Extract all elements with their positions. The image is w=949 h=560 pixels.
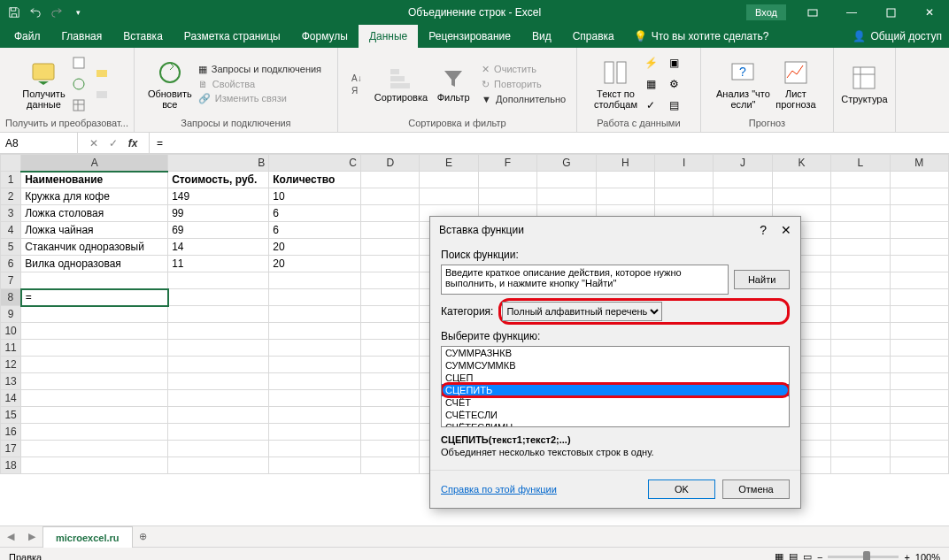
function-description: Объединяет несколько текстовых строк в о… (441, 447, 790, 457)
dialog-titlebar[interactable]: Вставка функции ? ✕ (430, 217, 800, 243)
sheet-tabs: ◀ ▶ microexcel.ru ⊕ (0, 525, 949, 547)
ribbon-display-icon[interactable] (793, 0, 832, 25)
edit-links-button[interactable]: 🔗Изменить связи (196, 92, 324, 105)
queries-connections-button[interactable]: ▦Запросы и подключения (196, 63, 324, 76)
share-button[interactable]: 👤 Общий доступ (853, 30, 942, 42)
cell-A1[interactable]: Наименование (21, 172, 168, 188)
dialog-close-icon[interactable]: ✕ (781, 223, 791, 237)
dialog-help-icon[interactable]: ? (760, 223, 767, 237)
tab-file[interactable]: Файл (4, 25, 51, 48)
fx-icon[interactable]: fx (124, 137, 142, 150)
view-break-icon[interactable]: ▭ (803, 551, 812, 560)
function-option[interactable]: СЧЁТ (442, 396, 789, 409)
titlebar: ▾ Объединение строк - Excel Вход — ✕ (0, 0, 949, 25)
data-model-icon[interactable]: ▤ (664, 96, 683, 115)
bulb-icon: 💡 (634, 30, 647, 42)
structure-button[interactable]: Структура (841, 53, 887, 115)
recent-sources-icon[interactable] (92, 64, 112, 83)
add-sheet-button[interactable]: ⊕ (133, 531, 154, 542)
existing-conn-icon[interactable] (92, 85, 112, 104)
svg-rect-3 (73, 58, 84, 68)
what-if-button[interactable]: ? Анализ "что если" (716, 53, 770, 115)
from-web-icon[interactable] (69, 74, 89, 94)
from-table-icon[interactable] (69, 96, 89, 115)
sort-az-button[interactable]: A↓Я (346, 53, 371, 115)
function-option[interactable]: СУММСУММКВ (442, 359, 789, 372)
tell-me-input[interactable]: 💡 Что вы хотите сделать? (625, 30, 778, 42)
name-box[interactable]: A8 (0, 133, 78, 153)
function-option[interactable]: СЦЕП (442, 372, 789, 384)
maximize-icon[interactable] (871, 0, 910, 25)
col-header-B[interactable]: B (168, 155, 269, 172)
undo-icon[interactable] (26, 3, 45, 22)
forecast-sheet-button[interactable]: Лист прогноза (774, 53, 818, 115)
tab-page-layout[interactable]: Разметка страницы (174, 25, 291, 48)
close-icon[interactable]: ✕ (910, 0, 949, 25)
tab-data[interactable]: Данные (359, 25, 418, 48)
qa-customize-icon[interactable]: ▾ (68, 3, 88, 22)
select-function-label: Выберите функцию: (441, 330, 790, 342)
redo-icon[interactable] (47, 3, 66, 22)
tab-review[interactable]: Рецензирование (418, 25, 521, 48)
zoom-slider[interactable] (828, 556, 899, 558)
relationships-icon[interactable]: ⚙ (664, 74, 683, 94)
col-header-A[interactable]: A (21, 155, 168, 172)
function-option[interactable]: СЧЁТЕСЛИМН (442, 421, 789, 427)
function-option[interactable]: СЧЁТЕСЛИ (442, 409, 789, 421)
statusbar: Правка ▦ ▤ ▭ − + 100% (0, 547, 949, 560)
function-help-link[interactable]: Справка по этой функции (441, 484, 557, 495)
tab-home[interactable]: Главная (51, 25, 113, 48)
sheet-tab-active[interactable]: microexcel.ru (42, 526, 133, 548)
login-button[interactable]: Вход (746, 4, 786, 20)
category-select[interactable]: Полный алфавитный перечень (502, 302, 662, 321)
function-option-selected[interactable]: СЦЕПИТЬ (442, 384, 789, 396)
refresh-all-button[interactable]: Обновить все (148, 53, 192, 115)
clear-filter-button[interactable]: ✕Очистить (479, 63, 568, 76)
find-button[interactable]: Найти (734, 270, 790, 289)
tab-help[interactable]: Справка (562, 25, 625, 48)
tab-insert[interactable]: Вставка (112, 25, 174, 48)
cancel-button[interactable]: Отмена (722, 479, 790, 499)
cell-A8[interactable]: = (21, 289, 168, 306)
document-title: Объединение строк - Excel (408, 6, 541, 19)
svg-rect-15 (617, 62, 626, 83)
ok-button[interactable]: OK (648, 479, 715, 499)
text-to-columns-button[interactable]: Текст по столбцам (593, 53, 637, 115)
get-data-button[interactable]: Получить данные (21, 53, 66, 115)
function-listbox[interactable]: СУММРАЗНКВ СУММСУММКВ СЦЕП СЦЕПИТЬ СЧЁТ … (441, 346, 790, 427)
advanced-filter-button[interactable]: ▼Дополнительно (479, 93, 568, 105)
svg-rect-2 (33, 64, 54, 80)
consolidate-icon[interactable]: ▣ (664, 53, 683, 73)
svg-rect-6 (96, 70, 107, 77)
svg-point-4 (73, 79, 84, 89)
col-header-D[interactable]: D (361, 155, 420, 172)
tab-formulas[interactable]: Формулы (291, 25, 359, 48)
reapply-filter-button[interactable]: ↻Повторить (479, 78, 568, 91)
view-page-icon[interactable]: ▤ (789, 551, 798, 560)
zoom-level[interactable]: 100% (915, 552, 940, 561)
from-text-icon[interactable] (69, 53, 89, 73)
svg-rect-12 (390, 76, 405, 81)
properties-button[interactable]: 🗎Свойства (196, 78, 324, 90)
function-option[interactable]: СУММРАЗНКВ (442, 347, 789, 359)
filter-button[interactable]: Фильтр (431, 53, 475, 115)
col-header-C[interactable]: C (269, 155, 361, 172)
minimize-icon[interactable]: — (832, 0, 871, 25)
cancel-formula-icon[interactable]: ✕ (85, 137, 103, 150)
save-icon[interactable] (4, 3, 24, 22)
tab-nav-prev[interactable]: ◀ (0, 531, 21, 542)
search-function-input[interactable] (441, 265, 729, 295)
sort-button[interactable]: Сортировка (374, 53, 428, 115)
data-validation-icon[interactable]: ✓ (641, 96, 660, 115)
formula-input[interactable]: = (150, 137, 949, 150)
flash-fill-icon[interactable]: ⚡ (641, 53, 660, 73)
svg-rect-19 (853, 67, 875, 88)
select-all-corner[interactable] (1, 155, 21, 172)
remove-dup-icon[interactable]: ▦ (641, 74, 660, 94)
view-normal-icon[interactable]: ▦ (775, 551, 783, 560)
tab-view[interactable]: Вид (521, 25, 562, 48)
tab-nav-next[interactable]: ▶ (21, 531, 42, 542)
zoom-in-button[interactable]: + (904, 552, 909, 561)
confirm-formula-icon[interactable]: ✓ (104, 137, 122, 150)
zoom-out-button[interactable]: − (817, 552, 822, 561)
